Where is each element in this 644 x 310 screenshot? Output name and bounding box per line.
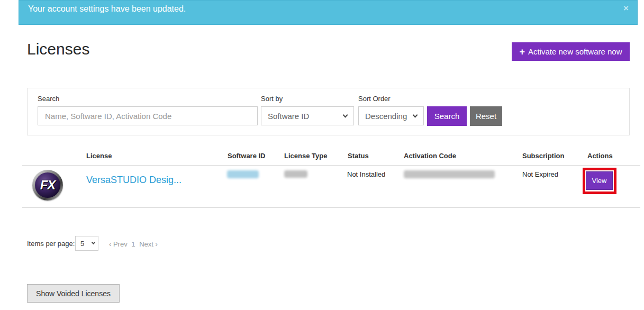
licenses-page: Your account settings have been updated.… xyxy=(0,0,644,310)
search-button[interactable]: Search xyxy=(427,106,467,126)
sort-by-select[interactable]: Software ID xyxy=(261,106,354,125)
column-header-status: Status xyxy=(348,152,369,160)
subscription-value: Not Expired xyxy=(522,170,558,178)
show-voided-licenses-button[interactable]: Show Voided Licenses xyxy=(27,284,120,303)
plus-icon: + xyxy=(519,47,525,57)
items-per-page-select-wrap: 5 xyxy=(75,236,98,251)
sort-order-label: Sort Order xyxy=(358,95,391,103)
items-per-page-select[interactable]: 5 xyxy=(75,236,98,251)
column-header-subscription: Subscription xyxy=(522,152,564,160)
notification-banner: Your account settings have been updated.… xyxy=(19,0,638,25)
column-header-license: License xyxy=(86,152,112,160)
license-type-redacted xyxy=(284,170,307,178)
fx-logo-inner: FX xyxy=(35,172,60,198)
view-button[interactable]: View xyxy=(586,171,613,190)
close-icon[interactable]: × xyxy=(623,4,629,13)
page-title: Licenses xyxy=(27,40,89,58)
view-button-highlight-box: View xyxy=(583,168,616,194)
current-page-number: 1 xyxy=(131,240,135,248)
prev-page-link[interactable]: ‹ Prev xyxy=(109,240,128,248)
license-name-link[interactable]: VersaSTUDIO Desig... xyxy=(86,175,182,186)
sort-order-select[interactable]: Descending xyxy=(358,106,424,125)
sort-by-select-wrap: Software ID xyxy=(261,106,354,125)
sort-by-label: Sort by xyxy=(261,95,283,103)
sort-order-select-wrap: Descending xyxy=(358,106,424,125)
pagination: ‹ Prev 1 Next › xyxy=(109,240,160,248)
search-label: Search xyxy=(38,95,59,103)
column-header-license-type: License Type xyxy=(284,152,327,160)
software-id-redacted xyxy=(227,170,259,178)
fx-logo-text: FX xyxy=(40,178,56,193)
fx-product-logo-icon: FX xyxy=(32,170,63,200)
search-input[interactable] xyxy=(38,106,258,125)
table-header-divider xyxy=(22,165,640,166)
column-header-actions: Actions xyxy=(587,152,613,160)
activate-new-software-button[interactable]: + Activate new software now xyxy=(512,42,630,61)
next-page-link[interactable]: Next › xyxy=(139,240,158,248)
items-per-page-label: Items per page: xyxy=(27,240,75,248)
filter-panel: Search Sort by Software ID Sort Order De… xyxy=(27,88,630,135)
table-row-divider xyxy=(22,207,640,208)
status-value: Not Installed xyxy=(347,170,385,178)
activate-button-label: Activate new software now xyxy=(528,47,622,56)
reset-button[interactable]: Reset xyxy=(470,106,502,126)
column-header-software-id: Software ID xyxy=(228,152,266,160)
column-header-activation-code: Activation Code xyxy=(404,152,456,160)
banner-message: Your account settings have been updated. xyxy=(28,4,186,14)
activation-code-redacted xyxy=(404,170,495,178)
